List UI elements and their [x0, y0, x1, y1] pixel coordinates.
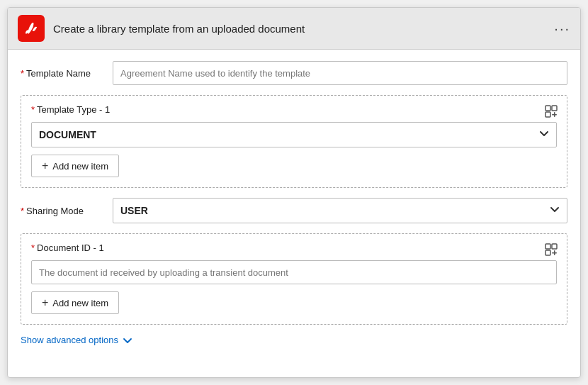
header: Create a library template from an upload…	[8, 8, 580, 50]
template-type-select-wrapper: DOCUMENT FORM_FIELD_LAYER	[31, 122, 557, 147]
sharing-mode-select-wrapper: USER GROUP ACCOUNT	[113, 198, 567, 223]
plus-icon: +	[42, 160, 48, 172]
sharing-mode-row: *Sharing Mode USER GROUP ACCOUNT	[21, 198, 567, 223]
svg-rect-0	[545, 106, 550, 111]
header-left: Create a library template from an upload…	[18, 15, 305, 42]
header-title: Create a library template from an upload…	[53, 23, 305, 35]
form-body: *Template Name *Template Type - 1 D	[8, 50, 580, 358]
svg-rect-5	[545, 244, 550, 249]
template-name-label: *Template Name	[21, 68, 113, 79]
document-id-label: *Document ID - 1	[31, 242, 557, 253]
template-name-input[interactable]	[113, 61, 567, 85]
document-id-add-button[interactable]: + Add new item	[31, 291, 119, 314]
sharing-mode-select[interactable]: USER GROUP ACCOUNT	[113, 198, 567, 223]
main-card: Create a library template from an upload…	[7, 7, 581, 378]
svg-rect-9	[552, 252, 557, 254]
header-menu-dots[interactable]: ···	[554, 21, 570, 37]
svg-rect-4	[552, 114, 557, 116]
sharing-mode-label: *Sharing Mode	[21, 206, 113, 216]
template-name-row: *Template Name	[21, 61, 567, 85]
required-star-3: *	[21, 206, 24, 216]
template-type-icon-button[interactable]	[543, 103, 560, 122]
required-star: *	[21, 68, 24, 79]
document-id-section: *Document ID - 1 + Add new item	[21, 233, 567, 325]
template-type-label: *Template Type - 1	[31, 104, 557, 115]
template-type-add-button[interactable]: + Add new item	[31, 155, 119, 177]
adobe-sign-icon	[18, 15, 45, 42]
required-star-4: *	[31, 242, 35, 253]
svg-rect-7	[545, 250, 550, 255]
svg-rect-6	[552, 244, 557, 249]
show-advanced-button[interactable]: Show advanced options	[21, 335, 132, 345]
advanced-chevron-icon	[123, 335, 132, 345]
svg-rect-2	[545, 112, 550, 117]
document-id-icon-button[interactable]	[543, 241, 560, 260]
template-type-select[interactable]: DOCUMENT FORM_FIELD_LAYER	[31, 122, 557, 147]
plus-icon-2: +	[42, 296, 48, 309]
svg-rect-1	[552, 106, 557, 111]
required-star-2: *	[31, 104, 35, 115]
document-id-input[interactable]	[31, 260, 557, 284]
template-type-section: *Template Type - 1 DOCUMENT FORM_FIELD_L…	[21, 95, 567, 188]
